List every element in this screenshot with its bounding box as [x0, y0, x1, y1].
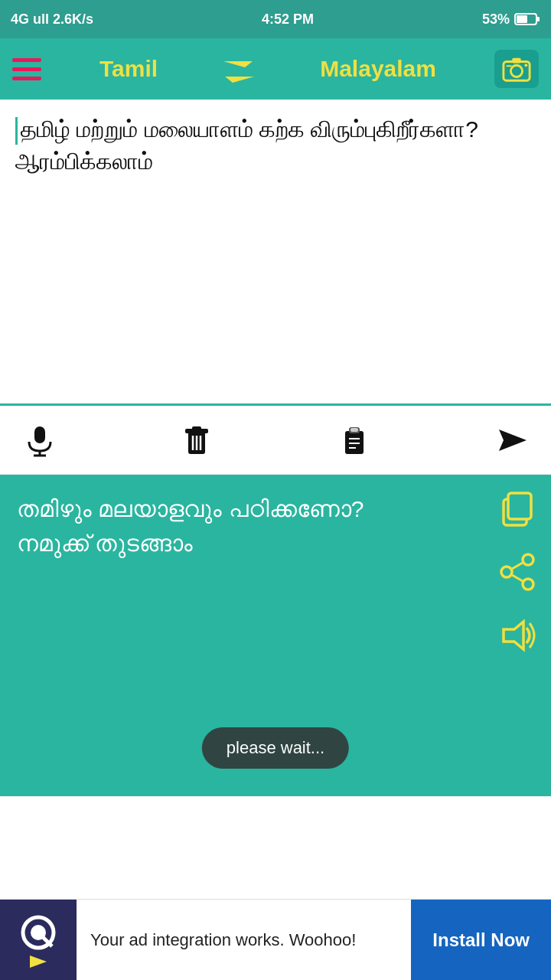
sound-icon [497, 616, 537, 655]
send-icon [494, 423, 528, 457]
target-language-label[interactable]: Malayalam [320, 56, 436, 82]
svg-point-8 [524, 64, 527, 67]
toast-message: please wait... [202, 727, 349, 769]
swap-icon [216, 54, 262, 84]
svg-rect-1 [517, 15, 527, 23]
input-toolbar [0, 406, 551, 475]
mic-button[interactable] [23, 423, 57, 457]
menu-button[interactable] [12, 58, 41, 80]
network-info: 4G ull 2.6K/s [11, 11, 93, 28]
input-area[interactable]: தமிழ் மற்றும் மலையாளம் கற்க விரும்புகிறீ… [0, 100, 551, 406]
svg-marker-37 [30, 956, 47, 968]
svg-rect-7 [512, 58, 520, 64]
status-right: 53% [482, 11, 540, 28]
swap-languages-button[interactable] [216, 54, 262, 84]
source-language-label[interactable]: Tamil [99, 56, 158, 82]
mic-icon [23, 423, 57, 457]
battery-icon [514, 12, 540, 26]
paste-icon [337, 423, 371, 457]
share-icon [497, 552, 537, 592]
paste-button[interactable] [337, 423, 371, 457]
svg-marker-33 [504, 622, 523, 649]
output-action-icons [497, 488, 537, 658]
text-cursor [15, 117, 18, 145]
output-text: തമിഴും മലയാളവും പഠിക്കണോ? നമുക്ക് തുടങ്ങ… [17, 492, 431, 560]
svg-marker-4 [225, 70, 254, 83]
install-now-button[interactable]: Install Now [411, 900, 551, 981]
svg-point-6 [510, 65, 522, 77]
ad-banner: Your ad integration works. Woohoo! Insta… [0, 899, 551, 980]
status-time: 4:52 PM [262, 11, 314, 28]
ad-description: Your ad integration works. Woohoo! [77, 930, 411, 950]
input-text: தமிழ் மற்றும் மலையாளம் கற்க விரும்புகிறீ… [15, 113, 536, 178]
ad-logo-icon [18, 913, 58, 952]
copy-icon [497, 488, 537, 528]
translate-button[interactable] [494, 423, 528, 457]
svg-marker-25 [499, 430, 527, 451]
svg-line-31 [512, 563, 523, 569]
status-left: 4G ull 2.6K/s [11, 11, 93, 28]
copy-button[interactable] [497, 488, 537, 531]
output-area: തമിഴും മലയാളവും പഠിക്കണോ? നമുക്ക് തുടങ്ങ… [0, 475, 551, 796]
svg-rect-27 [508, 493, 531, 519]
delete-icon [180, 423, 214, 457]
svg-rect-2 [536, 17, 540, 21]
svg-line-32 [512, 575, 523, 581]
share-button[interactable] [497, 552, 537, 594]
svg-point-28 [523, 554, 533, 565]
camera-translate-button[interactable] [494, 50, 539, 88]
svg-point-30 [523, 579, 533, 590]
play-icon [30, 956, 47, 968]
app-toolbar: Tamil Malayalam [0, 38, 551, 100]
camera-icon [502, 54, 531, 83]
svg-rect-21 [350, 428, 358, 432]
ad-logo-box [0, 900, 77, 981]
svg-rect-15 [192, 426, 201, 430]
svg-rect-10 [34, 426, 45, 443]
svg-point-29 [501, 567, 512, 577]
svg-marker-3 [223, 55, 253, 67]
tts-button[interactable] [497, 616, 537, 658]
delete-button[interactable] [180, 423, 214, 457]
status-bar: 4G ull 2.6K/s 4:52 PM 53% [0, 0, 551, 38]
battery-info: 53% [482, 11, 510, 28]
